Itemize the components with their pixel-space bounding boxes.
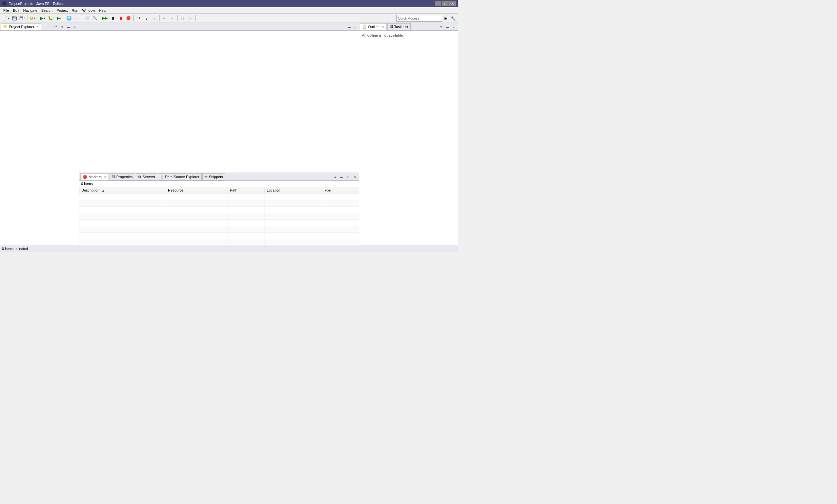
run-dropdown[interactable]: ▶ ▾	[39, 15, 46, 22]
next-annotation-button[interactable]: →	[169, 15, 176, 22]
menu-run[interactable]: Run	[70, 8, 80, 13]
menu-edit[interactable]: Edit	[11, 8, 21, 13]
maximize-panel-button[interactable]: □	[72, 24, 78, 30]
view-menu-button[interactable]: ●	[59, 24, 65, 30]
bottom-maximize-button[interactable]: □	[345, 174, 351, 180]
new-file-icon: 📄	[2, 16, 7, 21]
table-row	[79, 213, 359, 220]
toolbar: 📄 ▾ 💾 💾+ ⚙ ▾ ▶ ▾ 🐛 ▾ ▶ ▾ 🌐 T ⬜ 🔍 ▶▶ ⏸ ⏹ …	[0, 14, 458, 23]
bottom-minimize-button[interactable]: ▬	[339, 174, 344, 180]
servers-tab[interactable]: ⚙ Servers	[136, 173, 157, 180]
project-explorer-tab[interactable]: 📁 Project Explorer ✕	[1, 23, 41, 31]
maximize-button[interactable]: □	[442, 1, 449, 6]
bottom-close-button[interactable]: ✕	[352, 174, 358, 180]
markers-table-body	[79, 194, 359, 245]
save-button[interactable]: 💾	[11, 15, 18, 22]
editor-tab-bar: ▬ □	[79, 23, 359, 31]
title-bar-text: EclipseProjects - Java EE - Eclipse	[8, 2, 65, 5]
editor-minimize-button[interactable]: ▬	[346, 24, 352, 30]
step-over-button[interactable]: ↷	[135, 15, 142, 22]
project-explorer-tab-bar: 📁 Project Explorer ✕ ↕ ⇄ ● ▬ □	[0, 23, 79, 31]
eclipse-icon: 🌑	[2, 1, 7, 6]
menu-project[interactable]: Project	[55, 8, 70, 13]
bottom-view-menu-button[interactable]: ●	[332, 174, 338, 180]
quick-access-input[interactable]	[396, 15, 442, 22]
menu-help[interactable]: Help	[97, 8, 109, 13]
project-explorer-close[interactable]: ✕	[36, 25, 39, 29]
editor-controls: ▬ □	[346, 23, 358, 30]
bottom-panel-content: 0 items Description ▲ Resource	[79, 181, 359, 245]
minimize-panel-button[interactable]: ▬	[66, 24, 72, 30]
table-row	[79, 239, 359, 245]
markers-tab-label: Markers	[89, 175, 102, 179]
menu-navigate[interactable]: Navigate	[21, 8, 39, 13]
project-explorer-tab-icon: 📁	[3, 24, 7, 29]
toolbar-sep-2	[38, 15, 38, 21]
data-source-explorer-tab[interactable]: 🗄 Data Source Explorer	[158, 173, 202, 180]
disconnect-button[interactable]: ⛔	[125, 15, 132, 22]
save-all-button[interactable]: 💾+	[19, 15, 26, 22]
table-row	[79, 200, 359, 206]
outline-tab-icon: 📋	[362, 24, 367, 29]
debug-dropdown[interactable]: 🐛 ▾	[47, 15, 56, 22]
properties-tab-icon: ☑	[112, 175, 115, 179]
outline-actions: ● ▬ □	[438, 24, 457, 30]
pause-button[interactable]: ⏸	[109, 15, 117, 22]
snippets-tab[interactable]: ✂ Snippets	[202, 173, 225, 180]
col-description[interactable]: Description ▲	[79, 187, 166, 194]
run-arrow: ▾	[44, 17, 45, 20]
editor-maximize-button[interactable]: □	[353, 24, 358, 30]
menu-search[interactable]: Search	[39, 8, 55, 13]
bottom-panel: 🔴 Markers ✕ ☑ Properties ⚙ Servers 🗄 Dat…	[79, 173, 359, 245]
prev-annotation-button[interactable]: ←	[161, 15, 168, 22]
snippets-tab-label: Snippets	[209, 175, 223, 179]
maximize-editor-button[interactable]: ⬜	[83, 15, 91, 22]
center-area: ▬ □ 🔴 Markers ✕ ☑ Properties ⚙	[79, 23, 359, 245]
markers-tab-close[interactable]: ✕	[104, 175, 107, 178]
markers-tab[interactable]: 🔴 Markers ✕	[81, 173, 109, 180]
minimize-button[interactable]: ─	[435, 1, 441, 6]
debug-arrow: ▾	[53, 17, 55, 20]
forward-button[interactable]: ▷	[187, 15, 194, 22]
show-view-button[interactable]: 🔍	[91, 15, 99, 22]
outline-tab-close[interactable]: ✕	[382, 25, 385, 29]
open-perspective-button[interactable]: ⊞	[442, 15, 449, 22]
open-type-button[interactable]: T	[73, 15, 81, 22]
col-type[interactable]: Type	[321, 187, 359, 194]
menu-file[interactable]: File	[1, 8, 11, 13]
properties-tab[interactable]: ☑ Properties	[109, 173, 135, 180]
toolbar-sep-3	[64, 15, 64, 21]
right-panel: 📋 Outline ✕ ☑ Task List ● ▬ □ An outline…	[359, 23, 458, 245]
task-list-tab[interactable]: ☑ Task List	[388, 23, 411, 31]
menu-bar: File Edit Navigate Search Project Run Wi…	[0, 7, 458, 14]
run-debug-button[interactable]: ▶▶	[101, 15, 109, 22]
data-source-tab-label: Data Source Explorer	[165, 175, 199, 179]
outline-minimize-button[interactable]: ▬	[445, 24, 450, 30]
markers-count: 0 items	[79, 181, 359, 187]
collapse-all-button[interactable]: ↕	[46, 24, 52, 30]
outline-view-menu-button[interactable]: ●	[438, 24, 444, 30]
menu-window[interactable]: Window	[80, 8, 97, 13]
link-editor-button[interactable]: ⇄	[53, 24, 58, 30]
bottom-panel-actions: ● ▬ □ ✕	[332, 174, 358, 180]
new-file-dropdown[interactable]: 📄 ▾	[1, 15, 10, 22]
stop-button[interactable]: ⏹	[117, 15, 124, 22]
step-into-button[interactable]: ↓	[143, 15, 150, 22]
outline-message: An outline is not available.	[362, 33, 404, 37]
close-button[interactable]: ✕	[449, 1, 456, 6]
outline-maximize-button[interactable]: □	[451, 24, 457, 30]
col-location[interactable]: Location	[265, 187, 321, 194]
back-button[interactable]: ◁	[179, 15, 186, 22]
col-path[interactable]: Path	[228, 187, 265, 194]
external-tools-dropdown[interactable]: ▶ ▾	[56, 15, 63, 22]
bottom-tab-bar: 🔴 Markers ✕ ☑ Properties ⚙ Servers 🗄 Dat…	[79, 173, 359, 181]
table-row	[79, 220, 359, 226]
col-resource[interactable]: Resource	[166, 187, 228, 194]
outline-tab[interactable]: 📋 Outline ✕	[360, 23, 387, 31]
tools-arrow: ▾	[34, 17, 35, 20]
step-return-button[interactable]: ↑	[151, 15, 158, 22]
perspective-button[interactable]: 🔧	[449, 15, 457, 22]
markers-table: Description ▲ Resource Path Location	[79, 187, 359, 245]
tools-dropdown[interactable]: ⚙ ▾	[29, 15, 36, 22]
web-browser-button[interactable]: 🌐	[65, 15, 73, 22]
